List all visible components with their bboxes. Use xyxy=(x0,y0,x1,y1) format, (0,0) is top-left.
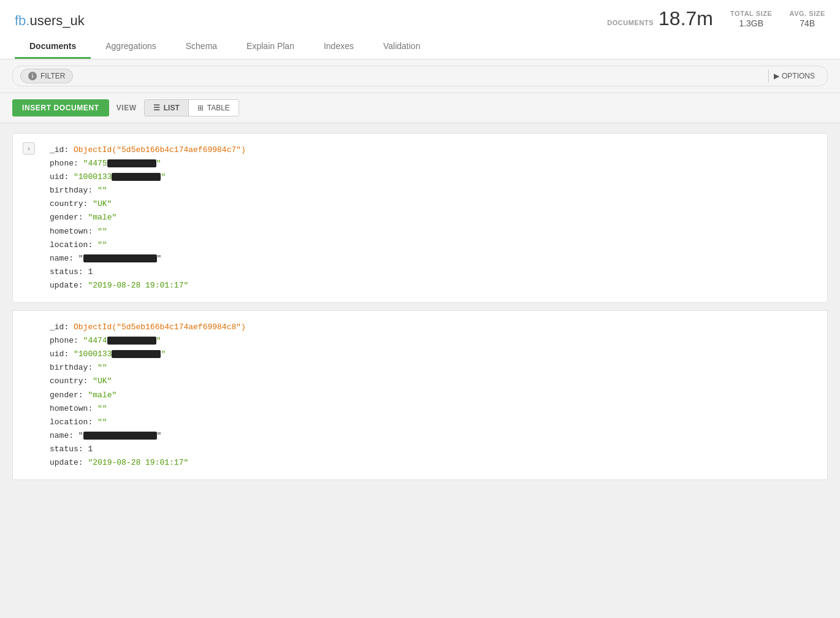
insert-document-button[interactable]: INSERT DOCUMENT xyxy=(12,99,109,116)
field-id: _id: ObjectId("5d5eb166b4c174aef69984c7"… xyxy=(50,143,815,157)
tab-explain-plan[interactable]: Explain Plan xyxy=(232,35,309,59)
tab-documents[interactable]: Documents xyxy=(15,35,91,59)
field-hometown: hometown: "" xyxy=(50,225,815,238)
filter-label: FILTER xyxy=(40,72,65,80)
redacted-name xyxy=(83,254,157,262)
redacted-uid xyxy=(112,173,161,181)
field-phone: phone: "4475 " xyxy=(50,157,815,170)
document-card: › _id: ObjectId("5d5eb166b4c174aef69984c… xyxy=(12,133,828,303)
field-location: location: "" xyxy=(50,238,815,252)
avg-size-stat: AVG. SIZE 74B xyxy=(789,10,825,28)
list-icon: ☰ xyxy=(153,104,160,112)
table-icon: ⊞ xyxy=(197,104,204,112)
db-prefix: fb. xyxy=(15,13,29,28)
tab-schema[interactable]: Schema xyxy=(171,35,232,59)
top-bar: fb.users_uk DOCUMENTS 18.7m TOTAL SIZE 1… xyxy=(0,0,840,59)
db-name: users_uk xyxy=(29,13,84,28)
view-toggle: ☰ LIST ⊞ TABLE xyxy=(144,99,239,116)
field-id: _id: ObjectId("5d5eb166b4c174aef69984c8"… xyxy=(50,321,815,334)
tab-bar: Documents Aggregations Schema Explain Pl… xyxy=(15,35,825,59)
field-uid: uid: "1000133 " xyxy=(50,348,815,361)
total-size-stat: TOTAL SIZE 1.3GB xyxy=(730,10,772,28)
table-view-button[interactable]: ⊞ TABLE xyxy=(189,100,239,116)
redacted-name xyxy=(83,432,157,440)
view-label: VIEW xyxy=(116,104,137,112)
tab-aggregations[interactable]: Aggregations xyxy=(91,35,171,59)
tab-indexes[interactable]: Indexes xyxy=(309,35,368,59)
list-view-button[interactable]: ☰ LIST xyxy=(145,100,189,116)
triangle-right-icon: ▶ xyxy=(774,72,779,80)
field-uid: uid: "1000133 " xyxy=(50,170,815,184)
redacted-uid xyxy=(112,350,161,358)
field-birthday: birthday: "" xyxy=(50,184,815,197)
filter-toolbar: i FILTER ▶ OPTIONS xyxy=(0,59,840,93)
field-country: country: "UK" xyxy=(50,375,815,388)
field-name: name: " " xyxy=(50,429,815,443)
collection-title: fb.users_uk xyxy=(15,13,85,29)
field-status: status: 1 xyxy=(50,443,815,456)
field-gender: gender: "male" xyxy=(50,389,815,402)
title-row: fb.users_uk DOCUMENTS 18.7m TOTAL SIZE 1… xyxy=(15,7,825,35)
total-size-label: TOTAL SIZE xyxy=(730,10,772,17)
field-hometown: hometown: "" xyxy=(50,402,815,416)
documents-value: 18.7m xyxy=(659,7,713,30)
field-gender: gender: "male" xyxy=(50,211,815,224)
field-update: update: "2019-08-28 19:01:17" xyxy=(50,279,815,292)
field-status: status: 1 xyxy=(50,265,815,279)
filter-button[interactable]: i FILTER xyxy=(20,69,73,83)
field-location: location: "" xyxy=(50,416,815,429)
field-name: name: " " xyxy=(50,252,815,265)
redacted-phone xyxy=(107,159,156,167)
options-label: OPTIONS xyxy=(782,72,815,80)
documents-label: DOCUMENTS xyxy=(607,19,654,26)
field-phone: phone: "4474 " xyxy=(50,334,815,348)
list-label: LIST xyxy=(164,104,180,112)
documents-stat: DOCUMENTS 18.7m xyxy=(607,7,713,30)
tab-validation[interactable]: Validation xyxy=(368,35,435,59)
field-country: country: "UK" xyxy=(50,197,815,211)
options-button[interactable]: ▶ OPTIONS xyxy=(769,69,820,83)
total-size-value: 1.3GB xyxy=(739,18,763,28)
redacted-phone xyxy=(107,337,156,345)
content-area: › _id: ObjectId("5d5eb166b4c174aef69984c… xyxy=(0,123,840,490)
action-bar: INSERT DOCUMENT VIEW ☰ LIST ⊞ TABLE xyxy=(0,93,840,123)
expand-button[interactable]: › xyxy=(23,142,35,154)
avg-size-value: 74B xyxy=(800,18,815,28)
field-update: update: "2019-08-28 19:01:17" xyxy=(50,456,815,470)
field-birthday: birthday: "" xyxy=(50,361,815,375)
table-label: TABLE xyxy=(207,104,230,112)
filter-row: i FILTER ▶ OPTIONS xyxy=(12,66,828,86)
stats-area: DOCUMENTS 18.7m TOTAL SIZE 1.3GB AVG. SI… xyxy=(607,7,825,30)
info-icon: i xyxy=(28,72,37,80)
filter-input[interactable] xyxy=(73,69,768,83)
document-card: _id: ObjectId("5d5eb166b4c174aef69984c8"… xyxy=(12,310,828,480)
avg-size-label: AVG. SIZE xyxy=(789,10,825,17)
